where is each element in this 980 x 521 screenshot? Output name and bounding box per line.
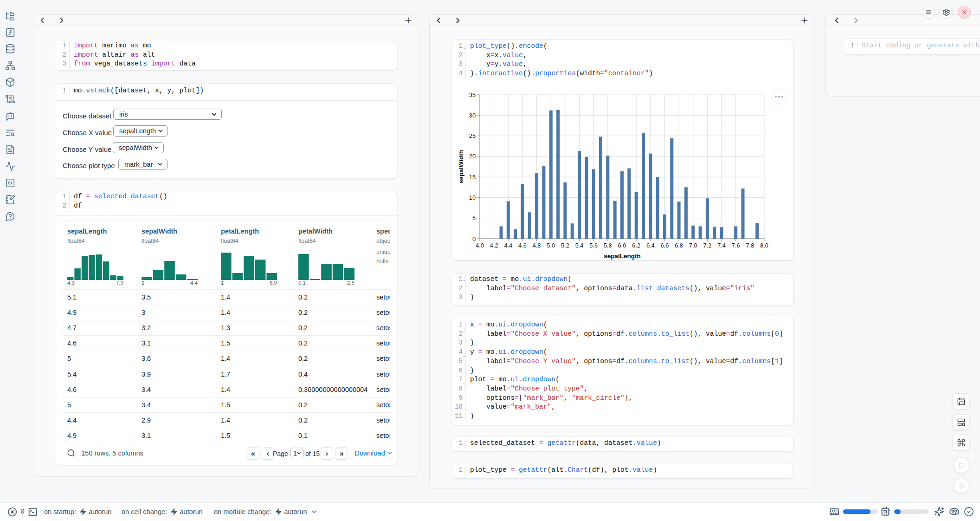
svg-text:5.8: 5.8 <box>604 242 612 249</box>
svg-text:sepalLength: sepalLength <box>604 253 641 260</box>
svg-text:5.4: 5.4 <box>575 242 584 249</box>
svg-text:8.0: 8.0 <box>760 242 768 249</box>
svg-text:7.8: 7.8 <box>746 242 754 249</box>
svg-text:6.0: 6.0 <box>618 242 626 249</box>
svg-text:6.6: 6.6 <box>661 242 669 249</box>
svg-text:4.8: 4.8 <box>533 242 541 249</box>
svg-text:7.6: 7.6 <box>732 242 740 249</box>
svg-text:5.0: 5.0 <box>547 242 555 249</box>
svg-text:5.2: 5.2 <box>561 242 569 249</box>
svg-text:35: 35 <box>469 91 476 98</box>
svg-text:7.0: 7.0 <box>689 242 697 249</box>
svg-text:4.4: 4.4 <box>504 242 512 249</box>
svg-text:15: 15 <box>469 174 476 181</box>
svg-text:6.8: 6.8 <box>675 242 683 249</box>
svg-text:4.0: 4.0 <box>476 242 484 249</box>
svg-text:7.2: 7.2 <box>703 242 712 249</box>
svg-text:30: 30 <box>469 112 476 119</box>
svg-text:4.2: 4.2 <box>490 242 498 249</box>
svg-text:25: 25 <box>469 132 476 139</box>
svg-text:4.6: 4.6 <box>518 242 527 249</box>
svg-text:5: 5 <box>472 215 476 221</box>
svg-text:20: 20 <box>469 153 476 160</box>
svg-text:7.4: 7.4 <box>717 242 726 249</box>
svg-text:5.6: 5.6 <box>589 242 598 249</box>
svg-text:10: 10 <box>469 194 476 201</box>
svg-text:sepalWidth: sepalWidth <box>458 150 464 183</box>
svg-text:6.4: 6.4 <box>646 242 655 249</box>
svg-text:0: 0 <box>472 235 476 242</box>
svg-text:6.2: 6.2 <box>632 242 640 249</box>
